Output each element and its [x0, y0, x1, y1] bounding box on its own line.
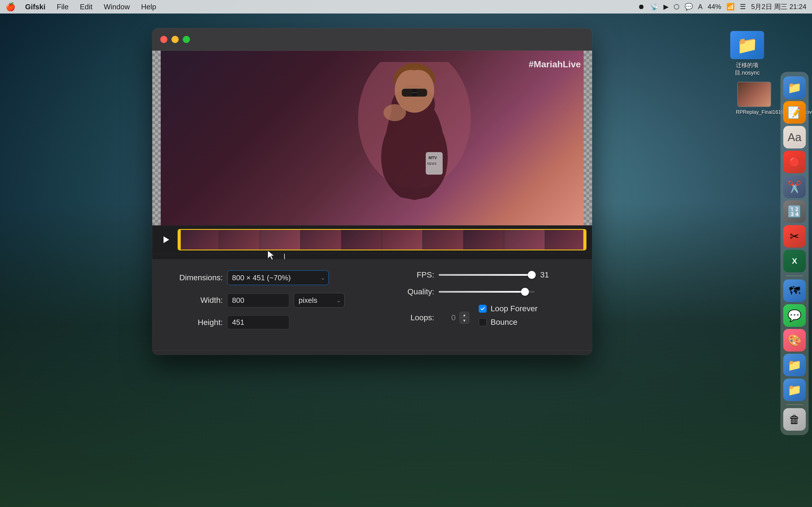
filmstrip-frame [463, 230, 504, 249]
control-center-icon: ☰ [740, 3, 746, 11]
loop-forever-row: Loop Forever [479, 304, 538, 313]
height-input[interactable] [227, 316, 289, 329]
minimize-button[interactable] [171, 36, 179, 43]
filmstrip-frame [260, 230, 301, 249]
app-name[interactable]: Gifski [23, 1, 47, 12]
fps-slider-fill [439, 274, 532, 276]
filmstrip-handle-left[interactable] [179, 230, 181, 249]
filmstrip-frame [382, 230, 423, 249]
play-button[interactable] [158, 232, 174, 247]
stepper-down[interactable]: ▼ [460, 318, 469, 323]
checker-right [583, 51, 592, 225]
play-icon: ▶ [663, 3, 668, 11]
loop-forever-checkbox[interactable] [479, 305, 487, 313]
dimensions-row: Dimensions: 800 × 451 (~70%) 1140 × 640 … [166, 270, 366, 285]
dock-item-image[interactable]: ✂️ [783, 175, 806, 198]
filmstrip-frame [179, 230, 219, 249]
person-silhouette: MTV NEWS [344, 62, 485, 225]
timeline-area [152, 225, 592, 253]
loop-forever-label: Loop Forever [491, 304, 538, 313]
dock-item-calculator[interactable]: 🔢 [783, 200, 806, 223]
controls-left: Dimensions: 800 × 451 (~70%) 1140 × 640 … [166, 270, 366, 337]
accessibility-icon: A [698, 3, 703, 11]
maximize-button[interactable] [183, 36, 190, 43]
folder-label: 迁移的项目.nosync [727, 61, 767, 76]
menu-file[interactable]: File [55, 1, 70, 12]
apple-menu[interactable]: 🍎 [6, 2, 15, 11]
width-label: Width: [166, 296, 223, 305]
dock-divider2 [786, 404, 803, 405]
dock-item-red[interactable]: ✂ [783, 225, 806, 247]
fps-row: FPS: 31 [378, 270, 578, 279]
wifi-icon: 📡 [650, 3, 658, 11]
close-button[interactable] [160, 36, 167, 43]
dock-item-duet[interactable]: 🔴 [783, 151, 806, 173]
dock-item-folder3[interactable]: 📁 [783, 379, 806, 401]
wechat-menu-icon: 💬 [684, 3, 693, 11]
scrubber-line [284, 254, 285, 259]
svg-point-5 [384, 104, 406, 121]
dock-item-trash[interactable]: 🗑 [783, 408, 806, 431]
quality-label: Quality: [378, 287, 434, 296]
dock: 📁 📝 Aa 🔴 ✂️ 🔢 ✂ X 🗺 💬 🎨 📁 📁 🗑 [780, 72, 809, 435]
stepper-up[interactable]: ▲ [460, 312, 469, 318]
window-titlebar [152, 28, 592, 51]
height-label: Height: [166, 318, 223, 327]
dock-item-folder2[interactable]: 📁 [783, 354, 806, 376]
dimensions-label: Dimensions: [166, 273, 223, 282]
filmstrip-frame [423, 230, 463, 249]
filmstrip-handle-right[interactable] [583, 230, 586, 249]
fps-slider-row: 31 [439, 270, 554, 279]
filmstrip-frame [504, 230, 545, 249]
unit-dropdown-wrapper: pixels percent ⌄ [294, 293, 345, 307]
desktop-file-icon[interactable]: RPReplay_Final1619960040.mov [736, 82, 772, 115]
bounce-checkbox[interactable] [479, 318, 487, 326]
bluetooth-icon: ⬡ [673, 3, 679, 11]
loops-stepper[interactable]: ▲ ▼ [460, 312, 469, 324]
wifi-status-icon: 📶 [726, 3, 735, 11]
video-content: #MariahLive [152, 51, 592, 225]
video-preview: #MariahLive [152, 51, 592, 225]
dock-item-excel[interactable]: X [783, 250, 806, 272]
dock-item-dictionary[interactable]: Aa [783, 126, 806, 149]
loops-row: Loops: ▲ ▼ [378, 304, 578, 331]
dock-item-folder[interactable]: 📁 [783, 76, 806, 99]
bottom-bar: Estimated File Size: 24.4 MB Cancel Conv… [152, 350, 592, 355]
loops-label: Loops: [378, 313, 434, 322]
loops-input[interactable] [439, 313, 456, 322]
menu-window[interactable]: Window [102, 1, 132, 12]
quality-slider-thumb[interactable] [521, 288, 529, 296]
bounce-label: Bounce [491, 318, 517, 327]
battery-label: 44% [708, 3, 721, 11]
dimensions-select[interactable]: 800 × 451 (~70%) 1140 × 640 (~100%) 400 … [227, 270, 329, 285]
fps-slider-thumb[interactable] [528, 271, 536, 279]
fps-label: FPS: [378, 270, 434, 279]
controls-panel: Dimensions: 800 × 451 (~70%) 1140 × 640 … [152, 259, 592, 350]
svg-text:MTV: MTV [428, 156, 437, 160]
checker-left [152, 51, 161, 225]
controls-right: FPS: 31 Quality: [366, 270, 578, 339]
width-input[interactable] [227, 293, 289, 307]
video-watermark: #MariahLive [529, 59, 581, 69]
filmstrip[interactable] [177, 229, 587, 250]
filmstrip-frame [342, 230, 382, 249]
date-time: 5月2日 周三 21:24 [751, 2, 806, 11]
quality-slider-fill [439, 291, 525, 293]
fps-slider-track[interactable] [439, 274, 535, 276]
desktop-folder-icon[interactable]: 📁 迁移的项目.nosync [727, 31, 767, 76]
dock-item-maps[interactable]: 🗺 [783, 279, 806, 302]
quality-slider-row [439, 291, 535, 293]
scrubber-area[interactable] [152, 253, 592, 259]
svg-text:NEWS: NEWS [427, 162, 437, 165]
bounce-row: Bounce [479, 318, 538, 327]
menu-help[interactable]: Help [139, 1, 158, 12]
menu-edit[interactable]: Edit [78, 1, 94, 12]
filmstrip-frame [545, 230, 586, 249]
unit-select[interactable]: pixels percent [294, 293, 345, 307]
menubar: 🍎 Gifski File Edit Window Help ⏺ 📡 ▶ ⬡ 💬… [0, 0, 812, 13]
dock-item-wechat[interactable]: 💬 [783, 304, 806, 327]
height-row: Height: [166, 316, 366, 329]
dock-item-gradient[interactable]: 🎨 [783, 329, 806, 351]
quality-slider-track[interactable] [439, 291, 535, 293]
dock-item-notes[interactable]: 📝 [783, 101, 806, 124]
